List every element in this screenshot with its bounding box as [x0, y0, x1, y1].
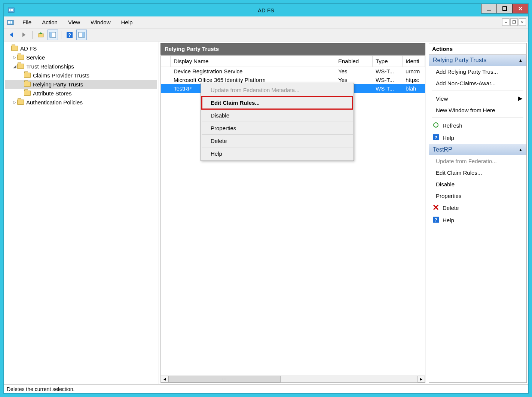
- context-disable[interactable]: Disable: [202, 109, 353, 122]
- context-delete[interactable]: Delete: [202, 135, 353, 147]
- toolbar: ?: [4, 28, 528, 41]
- cell-type: WS-T...: [373, 84, 403, 93]
- menu-help[interactable]: Help: [116, 16, 138, 28]
- cell-ident: https:: [403, 76, 425, 84]
- tree-root-adfs[interactable]: ▸ AD FS: [5, 44, 157, 53]
- actions-separator: [432, 117, 523, 118]
- scroll-left-button[interactable]: ◄: [161, 376, 168, 382]
- app-icon: [7, 6, 15, 14]
- table-row[interactable]: Device Registration Service Yes WS-T... …: [161, 67, 425, 76]
- action-new-window[interactable]: New Window from Here: [429, 104, 526, 116]
- window-title: AD FS: [4, 7, 528, 13]
- column-display-name[interactable]: Display Name: [171, 56, 335, 67]
- show-actions-button[interactable]: [76, 30, 87, 40]
- folder-icon: [24, 82, 31, 87]
- actions-group-testrp[interactable]: TestRP ▲: [429, 144, 526, 155]
- action-add-non-claims[interactable]: Add Non-Claims-Awar...: [429, 77, 526, 89]
- minimize-button[interactable]: [481, 4, 497, 13]
- action-edit-claim-rules[interactable]: Edit Claim Rules...: [429, 167, 526, 178]
- action-label: Help: [443, 217, 454, 223]
- action-label: Add Non-Claims-Awar...: [436, 80, 496, 86]
- toolbar-separator: [32, 31, 33, 39]
- window-controls: [481, 4, 528, 13]
- action-update-metadata: Update from Federatio...: [429, 155, 526, 167]
- menu-window[interactable]: Window: [85, 16, 116, 28]
- actions-group-rp-trusts[interactable]: Relying Party Trusts ▲: [429, 55, 526, 66]
- tree-service[interactable]: ▷ Service: [5, 53, 157, 62]
- actions-separator: [432, 91, 523, 91]
- column-identifier[interactable]: Identi: [403, 56, 425, 67]
- mdi-minimize-button[interactable]: –: [502, 18, 510, 26]
- menu-action[interactable]: Action: [37, 16, 63, 28]
- scroll-right-button[interactable]: ►: [418, 376, 425, 382]
- context-edit-claim-rules[interactable]: Edit Claim Rules...: [202, 97, 353, 109]
- context-update-metadata: Update from Federation Metadata...: [202, 84, 353, 97]
- context-help[interactable]: Help: [202, 147, 353, 160]
- menubar: File Action View Window Help – ❐ ×: [4, 16, 528, 28]
- mdi-close-button[interactable]: ×: [519, 18, 526, 26]
- cell-ident: blah: [403, 84, 425, 93]
- action-label: Help: [443, 135, 454, 141]
- action-help-2[interactable]: ? Help: [429, 214, 526, 226]
- actions-group-label: TestRP: [433, 146, 452, 153]
- action-refresh[interactable]: Refresh: [429, 119, 526, 132]
- tree-pane: ▸ AD FS ▷ Service ◢ Trust Relationships …: [4, 42, 159, 384]
- action-properties[interactable]: Properties: [429, 190, 526, 202]
- svg-rect-4: [503, 7, 507, 10]
- forward-button[interactable]: [19, 30, 29, 40]
- tree-attribute-stores[interactable]: ▸ Attribute Stores: [5, 89, 157, 98]
- tree-label: Trust Relationships: [26, 63, 74, 70]
- svg-rect-3: [487, 10, 491, 10]
- action-delete[interactable]: Delete: [429, 202, 526, 214]
- svg-marker-11: [22, 33, 25, 37]
- toolbar-separator: [61, 31, 61, 39]
- tree-label: Attribute Stores: [33, 90, 71, 97]
- tree-relying-party-trusts[interactable]: ▸ Relying Party Trusts: [5, 80, 157, 89]
- maximize-button[interactable]: [497, 4, 513, 13]
- show-tree-button[interactable]: [48, 30, 58, 40]
- actions-body: Relying Party Trusts ▲ Add Relying Party…: [429, 55, 527, 383]
- menu-view[interactable]: View: [63, 16, 85, 28]
- actions-pane: Actions Relying Party Trusts ▲ Add Relyi…: [427, 42, 528, 384]
- center-pane: Relying Party Trusts Display Name Enable…: [159, 42, 427, 384]
- svg-rect-2: [11, 9, 13, 11]
- tree-label: AD FS: [20, 45, 37, 52]
- menu-file[interactable]: File: [17, 16, 37, 28]
- folder-icon: [11, 46, 18, 51]
- cell-type: WS-T...: [373, 67, 403, 76]
- status-text: Deletes the current selection.: [7, 386, 74, 392]
- help-icon: ?: [433, 134, 439, 141]
- tree-trust-relationships[interactable]: ◢ Trust Relationships: [5, 62, 157, 71]
- up-button[interactable]: [36, 30, 46, 40]
- scroll-track[interactable]: ···: [168, 376, 418, 382]
- column-enabled[interactable]: Enabled: [335, 56, 373, 67]
- action-label: Refresh: [443, 122, 462, 129]
- folder-icon: [24, 91, 31, 96]
- close-button[interactable]: [513, 4, 528, 13]
- svg-rect-1: [9, 9, 10, 11]
- action-view[interactable]: View ▶: [429, 92, 526, 104]
- back-button[interactable]: [7, 30, 17, 40]
- help-button[interactable]: ?: [64, 30, 75, 40]
- scroll-thumb[interactable]: ···: [168, 376, 281, 382]
- svg-marker-10: [10, 33, 13, 37]
- context-properties[interactable]: Properties: [202, 122, 353, 135]
- tree-claims-provider-trusts[interactable]: ▸ Claims Provider Trusts: [5, 71, 157, 80]
- mdi-controls: – ❐ ×: [502, 18, 526, 26]
- column-type[interactable]: Type: [373, 56, 403, 67]
- listview: Display Name Enabled Type Identi Device …: [160, 55, 425, 383]
- svg-rect-8: [8, 21, 10, 24]
- column-spacer: [161, 56, 171, 67]
- horizontal-scrollbar[interactable]: ◄ ··· ►: [161, 375, 425, 382]
- svg-text:?: ?: [68, 32, 71, 38]
- action-help[interactable]: ? Help: [429, 132, 526, 144]
- context-menu: Update from Federation Metadata... Edit …: [201, 83, 354, 161]
- action-disable[interactable]: Disable: [429, 178, 526, 190]
- tree-authentication-policies[interactable]: ▷ Authentication Policies: [5, 98, 157, 107]
- action-add-rp-trust[interactable]: Add Relying Party Trus...: [429, 66, 526, 77]
- mdi-restore-button[interactable]: ❐: [510, 18, 518, 26]
- action-label: New Window from Here: [436, 107, 495, 113]
- folder-icon: [17, 55, 24, 60]
- listview-header: Display Name Enabled Type Identi: [161, 56, 425, 67]
- folder-icon: [17, 100, 24, 105]
